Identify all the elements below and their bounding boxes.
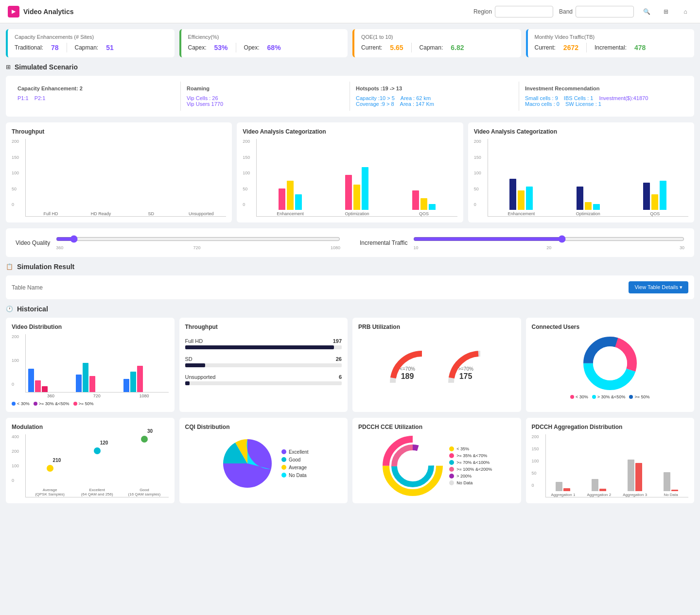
- va2-bar-o3: [593, 204, 600, 210]
- stat-values-qoe: Current: 5.65 Capman: 6.82: [361, 43, 514, 52]
- home-icon[interactable]: ⌂: [679, 5, 692, 18]
- table-name-label: Table Name: [12, 284, 43, 291]
- historical-header: 🕐 Historical: [6, 305, 694, 313]
- it-tick-30: 30: [680, 245, 684, 250]
- va2-y-0: 0: [474, 202, 481, 207]
- band-select[interactable]: [576, 6, 634, 17]
- stat-title-capacity: Capacity Enhancements (# Sites): [15, 34, 168, 40]
- connected-users-legend: < 30% > 30% &<50% >= 50%: [532, 394, 689, 399]
- simulated-icon: ⊞: [6, 64, 11, 70]
- svg-text:189: 189: [401, 372, 414, 380]
- svg-point-14: [401, 454, 424, 478]
- sim-small-cells[interactable]: Small cells : 9: [525, 95, 558, 101]
- stat-label-capex: Capex:: [188, 44, 207, 51]
- grid-icon[interactable]: ⊞: [659, 5, 673, 18]
- progress-unsupported-label: Unsupported: [185, 374, 216, 380]
- sim-p2[interactable]: P2:1: [35, 95, 46, 101]
- mod-y-0: 0: [12, 478, 19, 483]
- sim-macro-cells[interactable]: Macro cells : 0: [525, 101, 560, 107]
- vd-legend-lt30: < 30%: [12, 401, 30, 406]
- sim-ibs-cells[interactable]: IBS Cells : 1: [564, 95, 594, 101]
- pdcch-bar-agg3-red: [635, 463, 642, 491]
- video-quality-label: Video Quality: [16, 239, 50, 246]
- pdcch-legend-70-100: >= 70% &<100%: [449, 460, 492, 465]
- simulated-title: Simulated Scenario: [15, 63, 78, 71]
- incremental-traffic-slider-track: 10 20 30: [413, 235, 684, 250]
- stat-value-capman-qoe: 6.82: [451, 44, 464, 51]
- sim-section-hotspots: Hotspots :19 -> 13 Capacity :10 > 5 Area…: [350, 82, 519, 111]
- sim-vip-users[interactable]: Vip Users 1770: [187, 101, 223, 107]
- cqi-legend-average: Average: [281, 465, 309, 470]
- stat-value-capex: 53%: [214, 44, 228, 51]
- va1-bars-enhancement: [279, 181, 302, 210]
- connected-users-title: Connected Users: [532, 324, 689, 330]
- va1-y-100: 100: [243, 171, 250, 175]
- mod-group-good: 30 Good(16 QAM samples): [122, 439, 166, 497]
- mod-point-good: 30: [141, 439, 147, 486]
- stat-card-traffic: Monthly Video Traffic(TB) Current: 2672 …: [526, 29, 695, 57]
- y-label-0: 0: [12, 202, 19, 207]
- cu-label-gt50: >= 50%: [634, 394, 649, 399]
- svg-text:<=70%: <=70%: [400, 366, 415, 372]
- sim-area2-link[interactable]: Area : 147 Km: [400, 101, 434, 107]
- incremental-traffic-label: Incremental Traffic: [360, 239, 407, 246]
- it-tick-10: 10: [413, 245, 418, 250]
- progress-fullhd-fill: [185, 345, 334, 349]
- stat-divider-2: [236, 43, 236, 52]
- va2-y-150: 150: [474, 155, 481, 160]
- view-table-button[interactable]: View Table Details ▾: [629, 281, 688, 293]
- video-quality-slider-group: Video Quality 360 720 1080: [16, 235, 340, 250]
- sim-area1-link[interactable]: Area : 62 km: [401, 95, 431, 101]
- sim-vip-cells[interactable]: Vip Cells : 26: [187, 95, 218, 101]
- vd-y-0: 0: [12, 382, 19, 387]
- stat-card-qoe: QOE(1 to 10) Current: 5.65 Capman: 6.82: [352, 29, 521, 57]
- connected-users-donut: [532, 334, 689, 393]
- va2-y-100: 100: [474, 171, 481, 175]
- pdcch-agg-bars: Aggregation 1 Aggregation 2: [545, 434, 689, 497]
- stat-divider: [67, 43, 67, 52]
- vd-720-b1: [76, 375, 82, 392]
- sim-p1[interactable]: P1:1: [18, 95, 29, 101]
- incremental-traffic-input[interactable]: [413, 235, 684, 243]
- historical-section: 🕐 Historical Video Distribution 200 100 …: [6, 305, 694, 503]
- pdcch-dot-35: [449, 446, 454, 451]
- pdcch-legend-35: < 35%: [449, 446, 492, 451]
- sim-sw-license[interactable]: SW License : 1: [565, 101, 601, 107]
- va2-bar-o1: [577, 187, 583, 210]
- region-select[interactable]: [495, 6, 553, 17]
- pdcch-aggregation-card: PDCCH Aggregation Distribution 200 150 1…: [526, 418, 695, 503]
- vd-x-360: 360: [47, 393, 54, 398]
- sim-coverage-link[interactable]: Coverage :9 > 8: [356, 101, 394, 107]
- pdcch-cce-svg: [381, 434, 444, 497]
- cqi-label-excellent: Excellent: [289, 449, 309, 455]
- mod-group-average: 210 Average(QPSK Samples): [28, 468, 71, 497]
- stat-label-opex: Opex:: [244, 44, 260, 51]
- charts-row: Throughput 200 150 100 50 0 Full HD: [6, 122, 694, 222]
- sim-capacity-link[interactable]: Capacity :10 > 5: [356, 95, 395, 101]
- cqi-dot-nodata: [281, 473, 286, 478]
- pdcch-label-200: > 200%: [456, 474, 472, 478]
- video-analysis-1-area: 200 150 100 50 0 Enhancement: [243, 139, 457, 217]
- video-quality-input[interactable]: [56, 235, 340, 243]
- progress-fullhd-track: [185, 345, 342, 349]
- mod-val-exc: 120: [100, 440, 108, 445]
- pdcch-agg-chart-area: 200 150 100 50 0 Aggregation 1: [532, 434, 689, 497]
- vd-1080-b2: [130, 372, 136, 392]
- sim-row-vip-users: Vip Users 1770: [187, 101, 344, 107]
- sim-investment[interactable]: Investment($):41870: [599, 95, 648, 101]
- connected-users-svg: [581, 334, 639, 393]
- vd-720-b3: [89, 376, 95, 392]
- bottom-charts-row: Modulation 400 200 100 0 210: [6, 418, 694, 503]
- video-analysis-2-card: Video Analysis Categorization 200 150 10…: [468, 122, 694, 222]
- pdcch-cce-title: PDCCH CCE Utilization: [358, 424, 515, 430]
- modulation-title: Modulation: [12, 424, 169, 430]
- progress-fullhd-label: Full HD: [185, 338, 203, 344]
- search-icon[interactable]: 🔍: [640, 5, 653, 18]
- cqi-label-average: Average: [289, 465, 307, 470]
- sim-row-coverage: Coverage :9 > 8 Area : 147 Km: [356, 101, 513, 107]
- va2-bar-o2: [585, 202, 592, 210]
- cqi-legend: Excellent Good Average No Data: [281, 449, 309, 478]
- pdcch-label-35: < 35%: [456, 446, 469, 451]
- pdcch-y-axis: 200 150 100 50 0: [532, 434, 539, 488]
- va1-y-150: 150: [243, 155, 250, 160]
